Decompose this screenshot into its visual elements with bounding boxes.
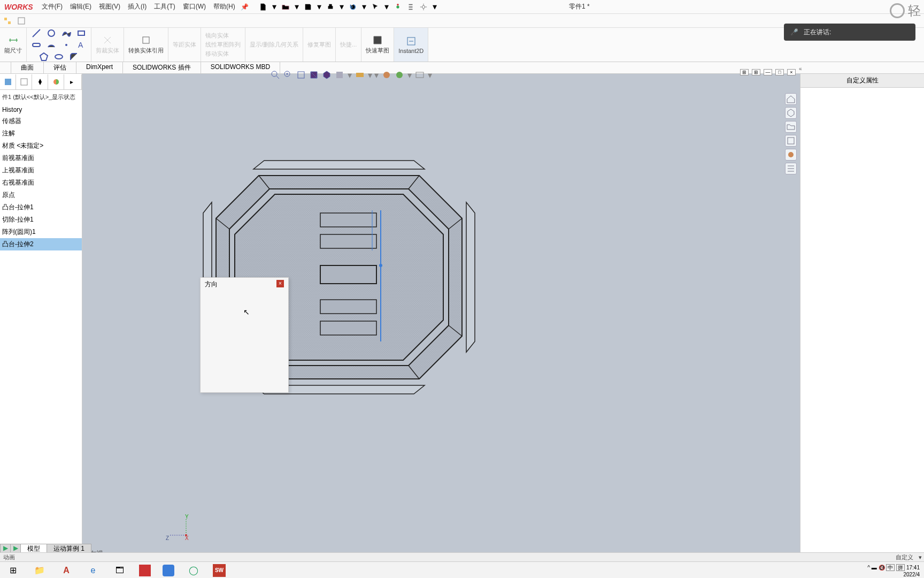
ellipse-icon[interactable]: [53, 51, 64, 62]
ft-tab-display[interactable]: [48, 74, 64, 89]
rib-convert[interactable]: 转换实体引用: [124, 28, 168, 62]
drawing-icon[interactable]: [17, 17, 26, 25]
menu-help[interactable]: 帮助(H): [213, 2, 235, 11]
menu-tools[interactable]: 工具(T): [154, 2, 175, 11]
tab-surface[interactable]: 曲面: [11, 62, 44, 73]
ft-history[interactable]: History: [0, 104, 82, 115]
menu-edit[interactable]: 编辑(E): [70, 2, 91, 11]
options-icon[interactable]: [407, 3, 414, 11]
win-expand2-icon[interactable]: ⊞: [752, 69, 760, 75]
save-icon[interactable]: [304, 3, 312, 11]
zoom-fit-icon[interactable]: [271, 70, 280, 80]
rebuild-icon[interactable]: [394, 3, 402, 11]
ft-annotations[interactable]: 注解: [0, 127, 82, 140]
dock-cube-icon[interactable]: [785, 107, 797, 119]
rib-smart-dimension[interactable]: 能尺寸: [0, 28, 27, 62]
ft-pattern1[interactable]: 阵列(圆周)1: [0, 226, 82, 238]
direction-titlebar[interactable]: 方向 ×: [201, 278, 288, 291]
prev-view-icon[interactable]: [296, 70, 306, 80]
print-icon[interactable]: [327, 3, 334, 11]
ft-extrude2[interactable]: 凸台-拉伸2: [0, 238, 82, 250]
tab-prev[interactable]: [0, 62, 11, 73]
close-icon[interactable]: ×: [276, 280, 284, 287]
ft-front-plane[interactable]: 前视基准面: [0, 152, 82, 164]
ime-zhong[interactable]: 中: [886, 564, 895, 571]
win-expand-icon[interactable]: ⊞: [740, 69, 749, 75]
menu-window[interactable]: 窗口(W): [183, 2, 206, 11]
assembly-icon[interactable]: [3, 17, 12, 25]
ft-tab-more[interactable]: ▸: [64, 74, 82, 89]
ft-cut1[interactable]: 切除-拉伸1: [0, 214, 82, 226]
appearance-icon[interactable]: [382, 70, 391, 80]
line-icon[interactable]: [31, 28, 42, 39]
app5-icon[interactable]: [139, 565, 151, 576]
hide-show-icon[interactable]: [355, 70, 365, 80]
rib-rapid-sketch[interactable]: 快速草图: [361, 28, 394, 62]
win-close-icon[interactable]: ×: [787, 69, 796, 75]
ime-pin[interactable]: 拼: [896, 564, 905, 571]
dock-home-icon[interactable]: [785, 93, 797, 105]
view-orient-icon[interactable]: [322, 70, 332, 80]
select-icon[interactable]: [372, 3, 379, 11]
right-panel-collapse[interactable]: «: [799, 66, 805, 72]
ft-origin[interactable]: 原点: [0, 189, 82, 201]
battery-icon[interactable]: ▬: [872, 565, 877, 571]
ft-tab-feature[interactable]: [0, 74, 16, 89]
ft-extrude1[interactable]: 凸台-拉伸1: [0, 201, 82, 214]
ie-icon[interactable]: e: [86, 563, 101, 578]
open-icon[interactable]: [282, 3, 289, 11]
rect-icon[interactable]: [76, 28, 87, 39]
tab-dimxpert[interactable]: DimXpert: [76, 62, 123, 73]
tab-addins[interactable]: SOLIDWORKS 插件: [123, 62, 201, 73]
autocad-icon[interactable]: A: [59, 563, 74, 578]
rib-sketch-tools[interactable]: A: [27, 28, 91, 62]
polygon-icon[interactable]: [38, 51, 49, 62]
solidworks-icon[interactable]: SW: [213, 564, 226, 577]
new-icon[interactable]: [259, 3, 267, 11]
win-max-icon[interactable]: □: [775, 69, 784, 75]
volume-icon[interactable]: 🔇: [879, 565, 885, 571]
dock-folder-icon[interactable]: [785, 121, 797, 133]
start-icon[interactable]: ⊞: [5, 563, 20, 578]
display-style-icon[interactable]: [335, 70, 344, 80]
ft-tab-config[interactable]: [32, 74, 48, 89]
viewport-icon[interactable]: [415, 70, 425, 80]
section-icon[interactable]: [309, 70, 319, 80]
dock-appearance-icon[interactable]: [785, 149, 797, 161]
explorer-icon[interactable]: 📁: [32, 563, 47, 578]
circle-icon[interactable]: [46, 28, 57, 39]
ft-right-plane[interactable]: 右视基准面: [0, 177, 82, 189]
fillet-icon[interactable]: [68, 51, 79, 62]
ft-sensors[interactable]: 传感器: [0, 115, 82, 127]
settings-icon[interactable]: [420, 3, 427, 11]
menu-insert[interactable]: 插入(I): [128, 2, 147, 11]
win-min-icon[interactable]: —: [764, 69, 772, 75]
text-icon[interactable]: A: [76, 40, 87, 50]
status-arrow-icon[interactable]: ▾: [919, 554, 922, 561]
record-circle-icon[interactable]: [890, 3, 905, 18]
menu-view[interactable]: 视图(V): [99, 2, 120, 11]
viewport[interactable]: ▾ ▾ ▾ ▾ ▾ ⊞ ⊞ — □ ×: [82, 74, 800, 562]
undo-icon[interactable]: [349, 3, 357, 11]
dock-view-icon[interactable]: [785, 135, 797, 147]
tray-up-icon[interactable]: ^: [867, 565, 870, 571]
dock-list-icon[interactable]: [785, 163, 797, 174]
point-icon[interactable]: [61, 40, 72, 50]
app6-icon[interactable]: [163, 565, 174, 576]
arc-icon[interactable]: [46, 40, 57, 50]
rib-instant2d[interactable]: Instant2D: [394, 28, 428, 62]
direction-popup[interactable]: 方向 × ↖: [200, 277, 289, 393]
app7-icon[interactable]: ◯: [186, 563, 201, 578]
ft-root[interactable]: 件1 (默认<<默认>_显示状态: [0, 90, 82, 104]
tab-mbd[interactable]: SOLIDWORKS MBD: [201, 62, 280, 73]
ft-material[interactable]: 材质 <未指定>: [0, 140, 82, 152]
ft-top-plane[interactable]: 上视基准面: [0, 164, 82, 177]
scene-icon[interactable]: [395, 70, 404, 80]
ft-tab-property[interactable]: [16, 74, 32, 89]
pin-icon[interactable]: 📌: [241, 3, 249, 11]
zoom-area-icon[interactable]: [283, 70, 293, 80]
tab-evaluate[interactable]: 评估: [44, 62, 76, 73]
clock-time[interactable]: 17:41: [906, 565, 920, 571]
app4-icon[interactable]: 🗔: [112, 563, 127, 578]
slot-icon[interactable]: [31, 40, 42, 50]
